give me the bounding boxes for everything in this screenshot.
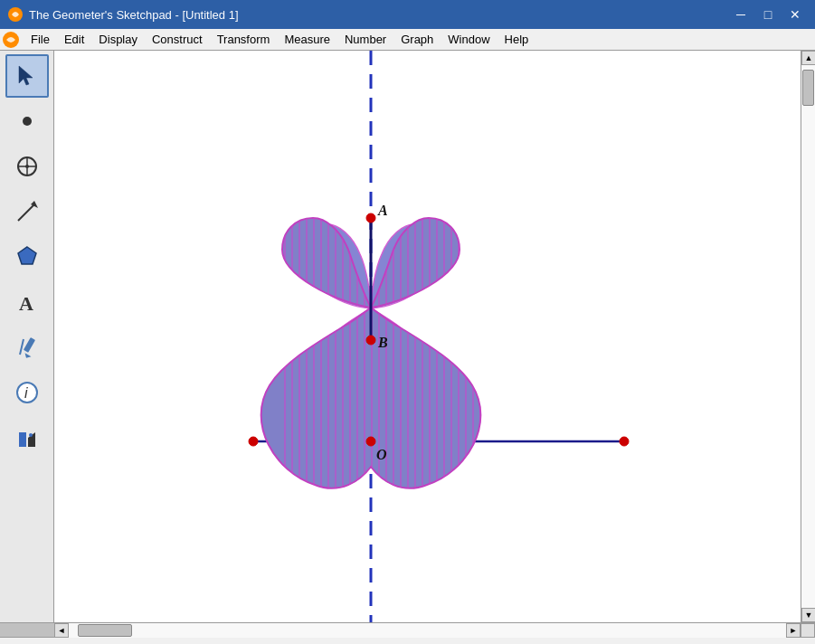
label-o: O [376, 447, 387, 462]
point-o [366, 437, 375, 446]
svg-point-7 [25, 165, 29, 168]
app-icon [7, 6, 24, 23]
title-controls[interactable]: ─ □ ✕ [728, 5, 808, 24]
h-scroll-thumb[interactable] [78, 624, 132, 637]
vertical-scrollbar[interactable]: ▲ ▼ [801, 51, 815, 622]
svg-point-3 [23, 117, 32, 126]
status-bar: Click to begin scrolling the window [0, 637, 815, 644]
scroll-down-button[interactable]: ▼ [801, 608, 815, 622]
point-icon [14, 109, 40, 134]
h-scroll-track[interactable] [69, 623, 786, 638]
menu-transform[interactable]: Transform [210, 29, 278, 51]
svg-marker-17 [19, 432, 26, 447]
point-left [249, 437, 258, 446]
menu-window[interactable]: Window [441, 29, 497, 51]
text-icon: A [14, 289, 40, 315]
point-a [366, 213, 375, 223]
compass-icon [14, 154, 40, 179]
main-layout: A i [0, 51, 815, 622]
pencil-tool[interactable] [5, 326, 49, 369]
menu-graph[interactable]: Graph [393, 29, 441, 51]
minimize-button[interactable]: ─ [728, 5, 753, 24]
svg-text:i: i [24, 385, 28, 401]
custom-icon [14, 425, 40, 450]
menu-edit[interactable]: Edit [57, 29, 91, 51]
maximize-button[interactable]: □ [755, 5, 781, 24]
line-icon [14, 199, 40, 224]
polygon-tool[interactable] [5, 235, 49, 279]
svg-marker-13 [23, 353, 31, 359]
point-tool[interactable] [5, 99, 49, 143]
info-icon: i [14, 380, 40, 405]
line-tool[interactable] [5, 190, 49, 233]
title-text: The Geometer's Sketchpad - [Untitled 1] [29, 8, 239, 22]
svg-text:A: A [19, 292, 33, 315]
menu-construct[interactable]: Construct [145, 29, 210, 51]
svg-point-19 [29, 433, 33, 437]
scroll-corner [801, 623, 815, 638]
point-right [620, 437, 629, 446]
select-tool[interactable] [5, 54, 49, 98]
close-button[interactable]: ✕ [782, 5, 808, 24]
label-a: A [377, 203, 388, 218]
menu-bar: File Edit Display Construct Transform Me… [0, 29, 815, 51]
compass-tool[interactable] [5, 145, 49, 188]
h-scroll-area: ◄ ► [0, 622, 815, 637]
scroll-right-button[interactable]: ► [786, 623, 801, 638]
menu-number[interactable]: Number [337, 29, 393, 51]
text-tool[interactable]: A [5, 280, 49, 324]
canvas-svg: A B O [54, 51, 801, 622]
title-bar: The Geometer's Sketchpad - [Untitled 1] … [0, 0, 815, 29]
canvas-area[interactable]: A B O [54, 51, 801, 622]
point-b [366, 336, 375, 345]
svg-marker-2 [19, 66, 33, 85]
custom-tool[interactable] [5, 416, 49, 459]
scroll-track[interactable] [801, 65, 815, 608]
menu-help[interactable]: Help [498, 29, 536, 51]
scroll-thumb[interactable] [802, 70, 814, 106]
svg-line-8 [18, 204, 34, 221]
label-b: B [377, 335, 388, 350]
arrow-icon [14, 63, 40, 89]
scroll-left-button[interactable]: ◄ [54, 623, 69, 638]
svg-rect-12 [23, 337, 34, 353]
menu-logo-icon [2, 31, 20, 49]
svg-line-14 [20, 339, 24, 355]
pencil-icon [14, 335, 40, 360]
svg-marker-10 [18, 247, 36, 264]
title-left: The Geometer's Sketchpad - [Untitled 1] [7, 6, 239, 23]
horizontal-scrollbar[interactable]: ◄ ► [54, 623, 801, 637]
toolbar: A i [0, 51, 54, 622]
menu-display[interactable]: Display [91, 29, 145, 51]
info-tool[interactable]: i [5, 371, 49, 414]
scroll-up-button[interactable]: ▲ [801, 51, 815, 65]
polygon-icon [14, 244, 40, 270]
menu-measure[interactable]: Measure [277, 29, 337, 51]
menu-file[interactable]: File [24, 29, 57, 51]
